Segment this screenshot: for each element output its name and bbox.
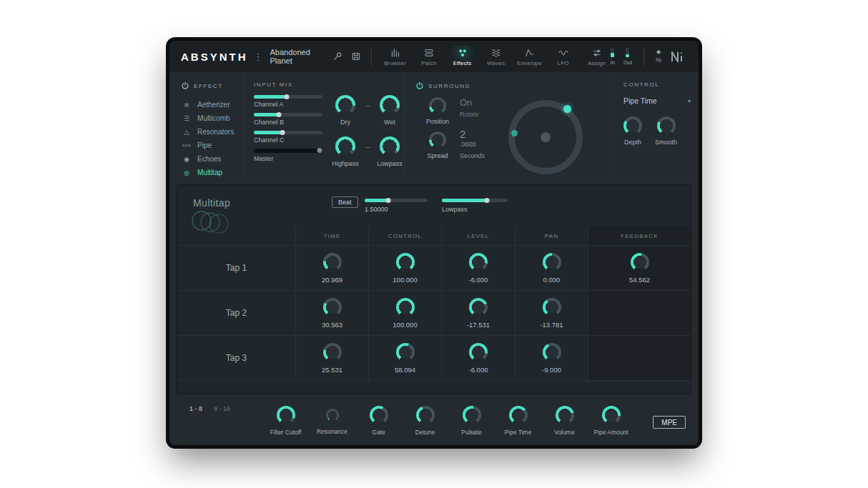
macro-pulsate-knob[interactable]	[463, 406, 481, 424]
tap2-time-value: 30.563	[322, 321, 342, 329]
tap1-control-value: 100.000	[393, 276, 417, 284]
pipe-icon: ×××	[181, 143, 192, 148]
surround-dot-secondary[interactable]	[511, 130, 518, 136]
sidebar-item-multicomb[interactable]: ☰ Multicomb	[181, 111, 243, 125]
tap3-row-label[interactable]: Tap 3	[177, 335, 295, 380]
tap2-pan-cell: -13.781	[515, 290, 588, 335]
lowpass-knob[interactable]	[380, 136, 400, 156]
sidebar-item-resonators[interactable]: △ Resonators	[181, 125, 243, 139]
macro-volume-label: Volume	[554, 429, 574, 436]
sidebar-item-multitap[interactable]: ◎ Multitap	[181, 166, 243, 179]
tap1-feedback-knob[interactable]	[631, 253, 649, 272]
tab-browser[interactable]: Browser	[382, 46, 409, 68]
position-knob-label: Position	[426, 118, 449, 125]
diamond-icon: ◆	[656, 49, 661, 55]
channel-c-slider[interactable]	[254, 131, 322, 134]
multitap-lowpass-slider[interactable]	[442, 199, 508, 202]
tab-waves[interactable]: Waves	[483, 46, 510, 68]
tap1-time-knob[interactable]	[323, 253, 342, 272]
wet-knob[interactable]	[380, 95, 400, 115]
master-slider[interactable]	[254, 149, 322, 153]
channel-a-slider[interactable]	[254, 95, 322, 99]
sidebar-item-pipe[interactable]: ××× Pipe	[181, 139, 243, 152]
surround-position-ring[interactable]	[508, 100, 583, 174]
tab-lfo[interactable]: LFO	[550, 46, 577, 68]
macro-detune-knob[interactable]	[416, 406, 435, 424]
macro-resonance-label: Resonance	[317, 428, 347, 435]
tab-assign-label: Assign	[588, 60, 606, 66]
tap1-level-cell: -6.000	[441, 245, 515, 290]
smooth-knob[interactable]	[657, 116, 676, 135]
header-bar: ABSYNTH ⋮ Abandoned Planet Browser	[169, 41, 699, 72]
rotate-toggle[interactable]: On	[460, 97, 504, 108]
surround-dot-primary[interactable]	[563, 105, 571, 113]
spread-knob[interactable]	[429, 131, 446, 149]
multitap-time-slider[interactable]	[365, 199, 428, 202]
tap3-pan-knob[interactable]	[543, 343, 561, 362]
tap2-control-knob[interactable]	[396, 298, 415, 317]
mpe-button[interactable]: MPE	[653, 416, 686, 429]
power-icon[interactable]	[181, 81, 189, 90]
multitap-time-value[interactable]: 1.50000	[365, 206, 428, 213]
tap3-feedback-cell	[588, 335, 691, 380]
tap2-pan-knob[interactable]	[543, 298, 561, 317]
header-divider	[371, 47, 372, 66]
multitap-icon: ◎	[181, 169, 192, 176]
tab-lfo-label: LFO	[558, 60, 569, 66]
control-source-dropdown[interactable]: Pipe Time ▾	[623, 96, 691, 105]
wrench-icon[interactable]	[332, 51, 342, 61]
aetherizer-icon: ≋	[181, 101, 192, 109]
macro-filter-cutoff-knob[interactable]	[277, 406, 295, 424]
tap3-time-knob[interactable]	[323, 343, 342, 362]
depth-knob[interactable]	[623, 116, 642, 135]
surround-power-icon[interactable]	[415, 81, 424, 90]
save-icon[interactable]	[351, 51, 361, 61]
tap1-control-knob[interactable]	[396, 253, 415, 272]
beat-toggle-button[interactable]: Beat	[332, 196, 358, 208]
tap2-level-cell: -17.531	[441, 290, 515, 335]
multitap-lowpass-label: Lowpass	[442, 206, 508, 213]
menu-dots-icon[interactable]: ⋮	[254, 51, 263, 62]
tab-effects[interactable]: Effects	[449, 46, 476, 68]
tap2-row-label[interactable]: Tap 2	[177, 290, 295, 335]
tab-assign[interactable]: Assign	[583, 46, 611, 68]
output-meter: Out	[623, 48, 632, 66]
tap2-level-knob[interactable]	[469, 298, 488, 317]
tap2-time-knob[interactable]	[323, 298, 342, 317]
tap1-row-label[interactable]: Tap 1	[177, 245, 295, 290]
tap3-level-value: -6.000	[469, 366, 488, 374]
macro-gate-knob[interactable]	[370, 406, 388, 424]
macro-pipe-amount-label: Pipe Amount	[593, 429, 628, 436]
sidebar-item-aetherizer[interactable]: ≋ Aetherizer	[181, 98, 243, 111]
rotate-seconds-int[interactable]: 2	[460, 128, 504, 140]
tap1-level-value: -6.000	[469, 276, 488, 284]
sidebar-item-echoes[interactable]: ◉ Echoes	[181, 152, 243, 166]
dry-knob[interactable]	[335, 95, 355, 115]
seconds-label: Seconds	[460, 152, 504, 159]
column-header-time: TIME	[295, 226, 368, 245]
tap2-control-value: 100.000	[393, 321, 417, 329]
spread-knob-label: Spread	[427, 152, 448, 159]
bank-tab-9-16[interactable]: 9 - 16	[214, 405, 230, 445]
bank-tab-1-8[interactable]: 1 - 8	[189, 405, 202, 445]
macro-volume-knob[interactable]	[556, 406, 574, 424]
browser-icon	[390, 48, 400, 58]
patch-name[interactable]: Abandoned Planet	[270, 48, 314, 65]
tab-envelope[interactable]: Envelope	[516, 46, 543, 68]
channel-b-slider[interactable]	[254, 113, 322, 116]
tap1-pan-knob[interactable]	[543, 253, 561, 272]
tap1-level-knob[interactable]	[469, 253, 488, 272]
rotate-seconds-frac[interactable]: .0000	[460, 141, 504, 148]
effect-title-row: EFFECT	[181, 81, 243, 90]
macro-resonance-knob[interactable]	[326, 409, 339, 422]
highpass-knob[interactable]	[335, 136, 355, 156]
tab-patch-label: Patch	[421, 60, 436, 66]
effect-section-title: EFFECT	[194, 83, 223, 89]
tap3-control-knob[interactable]	[396, 343, 415, 362]
position-knob[interactable]	[429, 97, 446, 114]
column-header-control: CONTROL	[368, 226, 441, 245]
tab-patch[interactable]: Patch	[415, 46, 443, 68]
tap3-level-knob[interactable]	[469, 343, 488, 362]
macro-pipe-time-knob[interactable]	[509, 406, 528, 424]
macro-pipe-amount-knob[interactable]	[602, 406, 621, 424]
